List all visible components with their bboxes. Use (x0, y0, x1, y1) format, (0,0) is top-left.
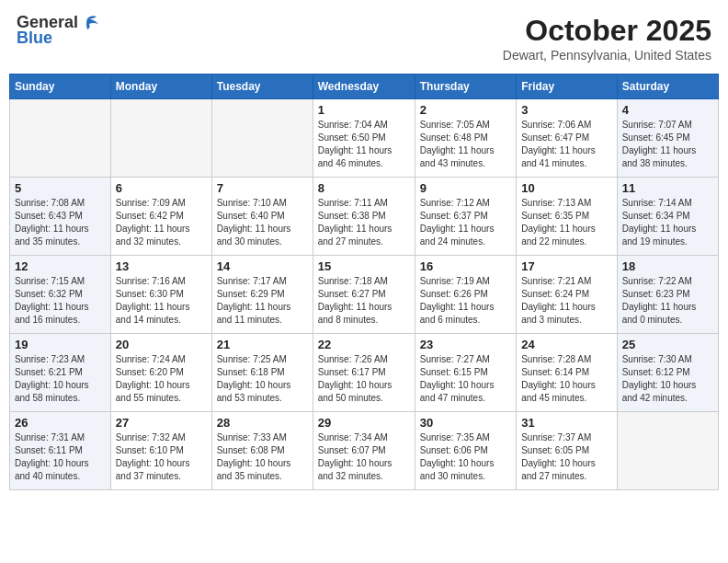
day-info: Sunrise: 7:12 AM Sunset: 6:37 PM Dayligh… (420, 197, 511, 248)
day-number: 5 (15, 181, 106, 195)
day-cell-29: 29Sunrise: 7:34 AM Sunset: 6:07 PM Dayli… (313, 412, 415, 490)
day-header-monday: Monday (110, 75, 211, 99)
empty-cell (110, 99, 211, 178)
day-info: Sunrise: 7:30 AM Sunset: 6:12 PM Dayligh… (622, 353, 713, 405)
day-number: 17 (521, 259, 612, 273)
day-cell-27: 27Sunrise: 7:32 AM Sunset: 6:10 PM Dayli… (110, 412, 211, 490)
day-info: Sunrise: 7:17 AM Sunset: 6:29 PM Dayligh… (217, 275, 308, 327)
day-info: Sunrise: 7:15 AM Sunset: 6:32 PM Dayligh… (15, 275, 106, 327)
day-number: 25 (622, 338, 713, 351)
day-number: 21 (217, 338, 308, 351)
day-number: 23 (420, 338, 511, 351)
page-header: General Blue October 2025 Dewart, Pennsy… (9, 9, 719, 66)
day-number: 1 (318, 103, 410, 117)
day-cell-30: 30Sunrise: 7:35 AM Sunset: 6:06 PM Dayli… (415, 412, 516, 490)
week-row-5: 26Sunrise: 7:31 AM Sunset: 6:11 PM Dayli… (10, 412, 719, 490)
day-number: 11 (622, 181, 713, 195)
day-cell-1: 1Sunrise: 7:04 AM Sunset: 6:50 PM Daylig… (313, 99, 415, 178)
day-info: Sunrise: 7:06 AM Sunset: 6:47 PM Dayligh… (521, 119, 612, 170)
day-cell-19: 19Sunrise: 7:23 AM Sunset: 6:21 PM Dayli… (10, 334, 111, 412)
day-info: Sunrise: 7:24 AM Sunset: 6:20 PM Dayligh… (116, 353, 207, 405)
day-header-wednesday: Wednesday (313, 75, 415, 99)
day-info: Sunrise: 7:07 AM Sunset: 6:45 PM Dayligh… (622, 119, 713, 170)
day-info: Sunrise: 7:13 AM Sunset: 6:35 PM Dayligh… (521, 197, 612, 248)
day-number: 2 (420, 103, 511, 117)
day-info: Sunrise: 7:09 AM Sunset: 6:42 PM Dayligh… (116, 197, 207, 248)
day-header-saturday: Saturday (617, 75, 718, 99)
day-number: 29 (318, 416, 410, 430)
day-info: Sunrise: 7:04 AM Sunset: 6:50 PM Dayligh… (318, 119, 410, 170)
day-info: Sunrise: 7:10 AM Sunset: 6:40 PM Dayligh… (217, 197, 308, 248)
day-cell-21: 21Sunrise: 7:25 AM Sunset: 6:18 PM Dayli… (211, 334, 313, 412)
day-cell-3: 3Sunrise: 7:06 AM Sunset: 6:47 PM Daylig… (517, 99, 618, 178)
day-number: 26 (15, 416, 106, 430)
day-info: Sunrise: 7:37 AM Sunset: 6:05 PM Dayligh… (521, 431, 612, 483)
day-number: 31 (521, 416, 612, 430)
day-cell-9: 9Sunrise: 7:12 AM Sunset: 6:37 PM Daylig… (415, 178, 516, 256)
day-cell-13: 13Sunrise: 7:16 AM Sunset: 6:30 PM Dayli… (110, 256, 211, 334)
title-section: October 2025 Dewart, Pennsylvania, Unite… (503, 13, 711, 63)
day-cell-22: 22Sunrise: 7:26 AM Sunset: 6:17 PM Dayli… (313, 334, 415, 412)
day-cell-2: 2Sunrise: 7:05 AM Sunset: 6:48 PM Daylig… (415, 99, 516, 178)
day-info: Sunrise: 7:19 AM Sunset: 6:26 PM Dayligh… (420, 275, 511, 327)
day-cell-8: 8Sunrise: 7:11 AM Sunset: 6:38 PM Daylig… (313, 178, 415, 256)
day-number: 30 (420, 416, 511, 430)
day-info: Sunrise: 7:27 AM Sunset: 6:15 PM Dayligh… (420, 353, 511, 405)
day-cell-18: 18Sunrise: 7:22 AM Sunset: 6:23 PM Dayli… (617, 256, 718, 334)
day-number: 24 (521, 338, 612, 351)
day-cell-31: 31Sunrise: 7:37 AM Sunset: 6:05 PM Dayli… (517, 412, 618, 490)
day-number: 4 (622, 103, 713, 117)
empty-cell (617, 412, 718, 490)
day-number: 22 (318, 338, 410, 351)
day-cell-16: 16Sunrise: 7:19 AM Sunset: 6:26 PM Dayli… (415, 256, 516, 334)
day-number: 3 (521, 103, 612, 117)
day-cell-7: 7Sunrise: 7:10 AM Sunset: 6:40 PM Daylig… (211, 178, 313, 256)
month-title: October 2025 (503, 13, 711, 48)
logo-blue-text: Blue (17, 29, 52, 48)
day-header-sunday: Sunday (10, 75, 111, 99)
day-number: 15 (318, 259, 410, 273)
day-cell-11: 11Sunrise: 7:14 AM Sunset: 6:34 PM Dayli… (617, 178, 718, 256)
logo-bird-icon (80, 15, 100, 31)
day-info: Sunrise: 7:21 AM Sunset: 6:24 PM Dayligh… (521, 275, 612, 327)
day-number: 16 (420, 259, 511, 273)
day-number: 12 (15, 259, 106, 273)
day-number: 14 (217, 259, 308, 273)
day-cell-12: 12Sunrise: 7:15 AM Sunset: 6:32 PM Dayli… (10, 256, 111, 334)
day-number: 9 (420, 181, 511, 195)
week-row-2: 5Sunrise: 7:08 AM Sunset: 6:43 PM Daylig… (10, 178, 719, 256)
day-info: Sunrise: 7:11 AM Sunset: 6:38 PM Dayligh… (318, 197, 410, 248)
day-number: 20 (116, 338, 207, 351)
day-info: Sunrise: 7:05 AM Sunset: 6:48 PM Dayligh… (420, 119, 511, 170)
day-cell-4: 4Sunrise: 7:07 AM Sunset: 6:45 PM Daylig… (617, 99, 718, 178)
day-number: 18 (622, 259, 713, 273)
day-header-tuesday: Tuesday (211, 75, 313, 99)
day-info: Sunrise: 7:28 AM Sunset: 6:14 PM Dayligh… (521, 353, 612, 405)
day-cell-10: 10Sunrise: 7:13 AM Sunset: 6:35 PM Dayli… (517, 178, 618, 256)
day-cell-23: 23Sunrise: 7:27 AM Sunset: 6:15 PM Dayli… (415, 334, 516, 412)
day-number: 19 (15, 338, 106, 351)
day-number: 8 (318, 181, 410, 195)
day-number: 10 (521, 181, 612, 195)
day-info: Sunrise: 7:35 AM Sunset: 6:06 PM Dayligh… (420, 431, 511, 483)
day-cell-5: 5Sunrise: 7:08 AM Sunset: 6:43 PM Daylig… (10, 178, 111, 256)
day-cell-25: 25Sunrise: 7:30 AM Sunset: 6:12 PM Dayli… (617, 334, 718, 412)
logo: General Blue (17, 13, 100, 48)
day-header-thursday: Thursday (415, 75, 516, 99)
day-number: 28 (217, 416, 308, 430)
day-number: 6 (116, 181, 207, 195)
day-cell-28: 28Sunrise: 7:33 AM Sunset: 6:08 PM Dayli… (211, 412, 313, 490)
day-cell-15: 15Sunrise: 7:18 AM Sunset: 6:27 PM Dayli… (313, 256, 415, 334)
week-row-3: 12Sunrise: 7:15 AM Sunset: 6:32 PM Dayli… (10, 256, 719, 334)
days-header-row: SundayMondayTuesdayWednesdayThursdayFrid… (10, 75, 719, 99)
day-info: Sunrise: 7:23 AM Sunset: 6:21 PM Dayligh… (15, 353, 106, 405)
day-cell-17: 17Sunrise: 7:21 AM Sunset: 6:24 PM Dayli… (517, 256, 618, 334)
day-number: 13 (116, 259, 207, 273)
day-cell-26: 26Sunrise: 7:31 AM Sunset: 6:11 PM Dayli… (10, 412, 111, 490)
day-info: Sunrise: 7:16 AM Sunset: 6:30 PM Dayligh… (116, 275, 207, 327)
day-info: Sunrise: 7:25 AM Sunset: 6:18 PM Dayligh… (217, 353, 308, 405)
day-info: Sunrise: 7:34 AM Sunset: 6:07 PM Dayligh… (318, 431, 410, 483)
week-row-4: 19Sunrise: 7:23 AM Sunset: 6:21 PM Dayli… (10, 334, 719, 412)
day-info: Sunrise: 7:26 AM Sunset: 6:17 PM Dayligh… (318, 353, 410, 405)
day-number: 27 (116, 416, 207, 430)
